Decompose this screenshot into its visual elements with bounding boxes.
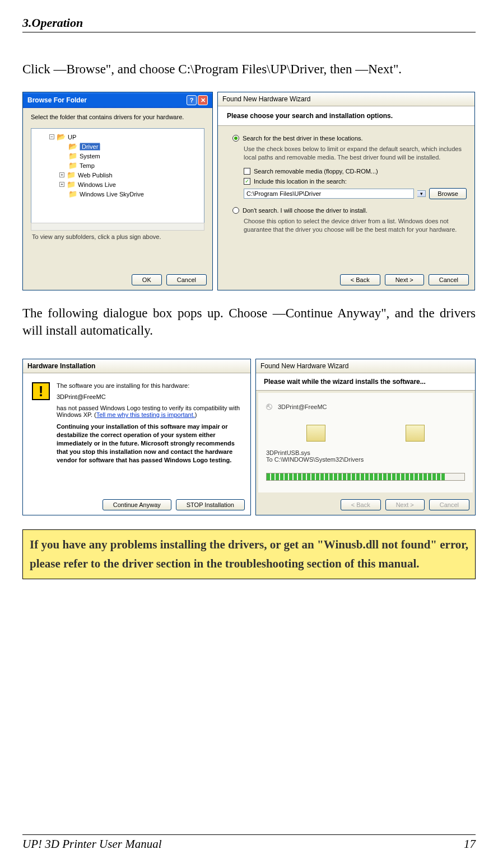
footer-left: UP! 3D Printer User Manual [22, 837, 161, 851]
help-icon[interactable]: ? [187, 95, 197, 105]
prog-file: 3DPrintUSB.sys [266, 449, 465, 456]
checkbox-removable[interactable] [244, 168, 250, 175]
checkbox-include[interactable]: ✓ [244, 178, 250, 185]
browse-titlebar: Browse For Folder ? ✕ [23, 92, 212, 108]
next-button: Next > [385, 499, 425, 510]
opt-search-label: Search for the best driver in these loca… [243, 135, 363, 142]
file-icon [306, 425, 325, 442]
wizard-heading: Please choose your search and installati… [227, 112, 393, 120]
folder-icon: 📂 [68, 142, 77, 151]
folder-icon: 📂 [57, 133, 66, 141]
warning-icon: ! [32, 382, 50, 400]
cb1-label: Search removable media (floppy, CD-ROM..… [254, 168, 378, 175]
cancel-button[interactable]: Cancel [166, 274, 207, 285]
prog-dest: To C:\WINDOWS\System32\Drivers [266, 456, 465, 463]
hw-install-dialog: Hardware Installation ! The software you… [22, 359, 251, 515]
folder-tree[interactable]: − 📂 UP 📂 Driver 📁System 📁Temp +📁Web Publ… [31, 128, 204, 223]
folder-icon: 📁 [68, 152, 77, 160]
tree-item[interactable]: Windows Live [78, 181, 116, 188]
ok-button[interactable]: OK [132, 274, 162, 285]
back-button[interactable]: < Back [340, 274, 380, 285]
progress-dialog: Found New Hardware Wizard Please wait wh… [255, 359, 476, 515]
hw-line1: The software you are installing for this… [57, 382, 241, 389]
close-icon[interactable]: ✕ [198, 95, 208, 105]
chevron-down-icon[interactable]: ▾ [417, 190, 426, 197]
prog-title: Found New Hardware Wizard [260, 362, 348, 370]
expand-icon[interactable]: + [59, 182, 64, 187]
section-title: 3.Operation [22, 16, 83, 30]
wizard-titlebar: Found New Hardware Wizard [218, 92, 474, 106]
prog-device: 3DPrint@FreeMC [278, 403, 327, 410]
radio-dontsearch[interactable] [232, 207, 239, 214]
prog-titlebar: Found New Hardware Wizard [256, 359, 475, 373]
folder-icon: 📁 [68, 161, 77, 170]
folder-icon: 📁 [67, 171, 76, 179]
tree-hscroll[interactable] [31, 223, 204, 231]
opt1-desc: Use the check boxes below to limit or ex… [226, 145, 467, 162]
tree-item[interactable]: Web Publish [78, 172, 113, 179]
browse-footnote: To view any subfolders, click a plus sig… [31, 231, 204, 246]
tree-item[interactable]: Temp [80, 162, 95, 169]
radio-search[interactable] [232, 135, 239, 142]
cancel-button: Cancel [429, 499, 469, 510]
tree-item[interactable]: Windows Live SkyDrive [80, 191, 144, 198]
browse-instruction: Select the folder that contains drivers … [31, 114, 204, 120]
continue-anyway-button[interactable]: Continue Anyway [103, 499, 171, 510]
paragraph-2: The following dialogue box pops up. Choo… [22, 304, 476, 339]
hw-titlebar: Hardware Installation [23, 359, 250, 373]
hw-device: 3DPrint@FreeMC [57, 393, 241, 400]
logo-testing-link[interactable]: Tell me why this testing is important. [96, 411, 195, 418]
browse-title: Browse For Folder [27, 96, 87, 104]
browse-button[interactable]: Browse [429, 188, 467, 199]
hw-bold: Continuing your installation of this sof… [57, 423, 241, 464]
file-icon [406, 425, 425, 442]
cancel-button[interactable]: Cancel [429, 274, 469, 285]
prog-heading: Please wait while the wizard installs th… [264, 378, 426, 386]
cb2-label: Include this location in the search: [254, 178, 347, 185]
warning-note-box: If you have any problems installing the … [22, 529, 476, 579]
tree-root[interactable]: UP [68, 134, 76, 140]
usb-icon: ⎋ [266, 401, 272, 412]
progress-bar [266, 473, 465, 481]
hw-line2b: ) [195, 411, 197, 418]
opt-dontsearch-label: Don't search. I will choose the driver t… [243, 207, 367, 214]
next-button[interactable]: Next > [385, 274, 424, 285]
path-input[interactable]: C:\Program Files\UP\Driver [244, 189, 414, 199]
tree-item-selected[interactable]: Driver [80, 143, 100, 151]
page-header: 3.Operation [22, 16, 476, 32]
stop-installation-button[interactable]: STOP Installation [176, 499, 245, 510]
footer-page-number: 17 [464, 837, 476, 851]
wizard-title: Found New Hardware Wizard [222, 95, 310, 103]
opt2-desc: Choose this option to select the device … [226, 217, 467, 234]
page-footer: UP! 3D Printer User Manual 17 [22, 834, 476, 851]
expand-icon[interactable]: + [59, 172, 64, 177]
back-button: < Back [341, 499, 381, 510]
wizard-dialog: Found New Hardware Wizard Please choose … [217, 92, 475, 290]
folder-icon: 📁 [67, 180, 76, 189]
hw-title: Hardware Installation [27, 362, 95, 370]
browse-folder-dialog: Browse For Folder ? ✕ Select the folder … [22, 92, 213, 290]
tree-item[interactable]: System [80, 153, 100, 159]
paragraph-1: Click ―Browse", and choose C:\Program Fi… [22, 60, 476, 78]
folder-icon: 📁 [68, 190, 77, 198]
collapse-icon[interactable]: − [49, 134, 54, 139]
